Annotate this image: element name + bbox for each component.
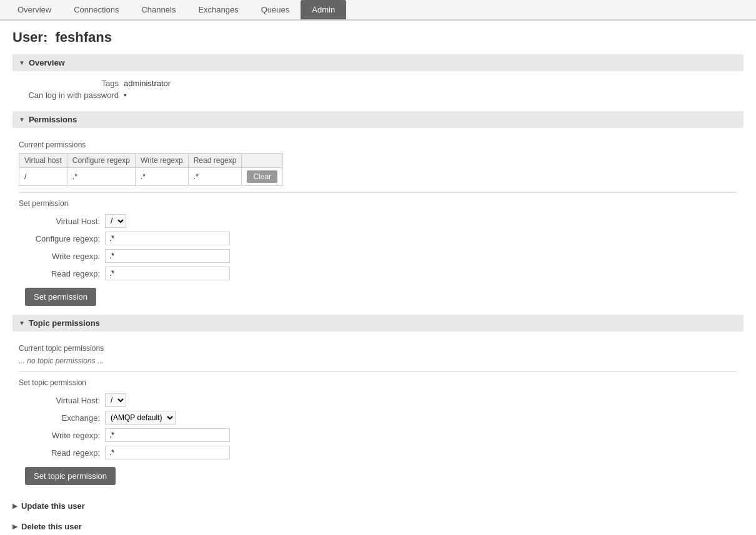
tags-value: administrator (124, 79, 171, 88)
tab-overview[interactable]: Overview (6, 0, 62, 19)
nav-bar: Overview Connections Channels Exchanges … (0, 0, 756, 21)
current-permissions-label: Current permissions (19, 140, 737, 149)
tab-admin[interactable]: Admin (301, 0, 346, 19)
perm-configure-label: Configure regexp: (19, 234, 100, 243)
topic-vhost-select[interactable]: / (105, 393, 126, 407)
topic-permissions-chevron-icon: ▼ (19, 320, 25, 326)
delete-user-label: Delete this user (21, 522, 82, 531)
permissions-section: ▼ Permissions Current permissions Virtua… (12, 111, 744, 315)
overview-section-header: ▼ Overview (12, 54, 744, 71)
topic-read-input[interactable] (105, 446, 230, 459)
perm-vhost-row: Virtual Host: / (19, 214, 737, 228)
nav-tabs: Overview Connections Channels Exchanges … (0, 0, 756, 21)
update-user-label: Update this user (21, 501, 85, 511)
col-action (242, 154, 283, 168)
overview-chevron-icon: ▼ (19, 59, 25, 66)
col-write: Write regexp (135, 154, 188, 168)
login-value: • (124, 91, 127, 100)
col-vhost: Virtual host (19, 154, 67, 168)
topic-exchange-label: Exchange: (19, 413, 100, 423)
topic-permissions-section-header: ▼ Topic permissions (12, 315, 744, 331)
page-title: User: feshfans (12, 29, 744, 46)
perm-vhost-select[interactable]: / (105, 214, 126, 228)
permissions-section-header: ▼ Permissions (12, 111, 744, 128)
topic-read-label: Read regexp: (19, 448, 100, 458)
tab-connections[interactable]: Connections (62, 0, 130, 19)
row-configure: .* (67, 168, 135, 186)
topic-permissions-section-content: Current topic permissions ... no topic p… (12, 336, 744, 494)
row-read: .* (188, 168, 242, 186)
topic-exchange-select[interactable]: (AMQP default) (105, 411, 176, 425)
permissions-chevron-icon: ▼ (19, 116, 25, 123)
update-user-section: ▶ Update this user (12, 498, 744, 514)
current-topic-permissions-label: Current topic permissions (19, 344, 737, 353)
perm-read-input[interactable] (105, 267, 230, 280)
set-permission-form: Virtual Host: / Configure regexp: Write … (19, 214, 737, 306)
table-row: / .* .* .* Clear (19, 168, 283, 186)
col-configure: Configure regexp (67, 154, 135, 168)
set-topic-permission-label: Set topic permission (19, 378, 737, 387)
page-title-prefix: User: (12, 29, 47, 45)
update-user-chevron-icon: ▶ (12, 503, 17, 509)
tags-label: Tags (19, 79, 119, 88)
topic-vhost-row: Virtual Host: / (19, 393, 737, 407)
perm-write-input[interactable] (105, 249, 230, 263)
topic-vhost-label: Virtual Host: (19, 396, 100, 405)
row-vhost: / (19, 168, 67, 186)
perm-vhost-label: Virtual Host: (19, 217, 100, 226)
perm-read-row: Read regexp: (19, 267, 737, 280)
permissions-header-label: Permissions (29, 115, 77, 124)
perm-configure-input[interactable] (105, 232, 230, 245)
login-label: Can log in with password (19, 91, 119, 100)
tab-queues[interactable]: Queues (250, 0, 301, 19)
row-action: Clear (242, 168, 283, 186)
delete-user-section: ▶ Delete this user (12, 518, 744, 535)
row-write: .* (135, 168, 188, 186)
set-permission-button[interactable]: Set permission (25, 288, 96, 306)
set-permission-label: Set permission (19, 199, 737, 208)
topic-permissions-header-label: Topic permissions (29, 318, 100, 328)
set-topic-permission-button[interactable]: Set topic permission (25, 467, 116, 485)
tab-channels[interactable]: Channels (130, 0, 187, 19)
topic-read-row: Read regexp: (19, 446, 737, 459)
permissions-table-header-row: Virtual host Configure regexp Write rege… (19, 154, 283, 168)
overview-header-label: Overview (29, 58, 65, 67)
permissions-section-content: Current permissions Virtual host Configu… (12, 133, 744, 315)
permissions-table: Virtual host Configure regexp Write rege… (19, 153, 283, 186)
perm-configure-row: Configure regexp: (19, 232, 737, 245)
overview-section: ▼ Overview Tags administrator Can log in… (12, 54, 744, 111)
delete-user-header[interactable]: ▶ Delete this user (12, 518, 744, 535)
page-content: User: feshfans ▼ Overview Tags administr… (0, 21, 756, 535)
perm-write-label: Write regexp: (19, 252, 100, 261)
clear-button[interactable]: Clear (247, 170, 277, 183)
no-topic-perms-text: ... no topic permissions ... (19, 356, 737, 365)
login-row: Can log in with password • (19, 91, 737, 100)
tags-row: Tags administrator (19, 79, 737, 88)
tab-exchanges[interactable]: Exchanges (187, 0, 249, 19)
col-read: Read regexp (188, 154, 242, 168)
topic-write-label: Write regexp: (19, 431, 100, 440)
update-user-header[interactable]: ▶ Update this user (12, 498, 744, 514)
perm-read-label: Read regexp: (19, 269, 100, 278)
delete-user-chevron-icon: ▶ (12, 523, 17, 530)
topic-exchange-row: Exchange: (AMQP default) (19, 411, 737, 425)
topic-write-input[interactable] (105, 428, 230, 442)
topic-write-row: Write regexp: (19, 428, 737, 442)
perm-write-row: Write regexp: (19, 249, 737, 263)
topic-permissions-section: ▼ Topic permissions Current topic permis… (12, 315, 744, 494)
set-topic-permission-form: Virtual Host: / Exchange: (AMQP default)… (19, 393, 737, 485)
overview-section-content: Tags administrator Can log in with passw… (12, 76, 744, 111)
page-title-username: feshfans (55, 29, 111, 45)
